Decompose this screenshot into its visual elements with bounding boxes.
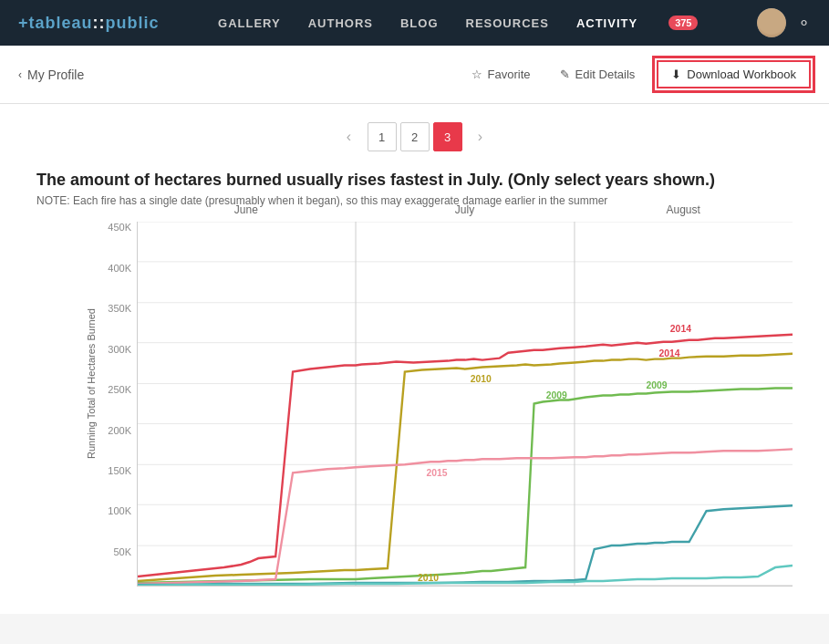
- y-tick-100k: 100K: [108, 505, 131, 516]
- nav-authors[interactable]: AUTHORS: [308, 16, 373, 30]
- download-icon: ⬇: [671, 68, 681, 81]
- y-tick-250k: 250K: [108, 384, 131, 395]
- activity-badge: 375: [668, 16, 698, 30]
- line-2009: [138, 389, 793, 583]
- label-2010-july: 2010: [471, 373, 492, 384]
- line-2015: [138, 450, 793, 585]
- nav-gallery[interactable]: GALLERY: [218, 16, 281, 30]
- y-axis-label: Running Total of Hectares Burned: [86, 349, 97, 459]
- y-tick-350k: 350K: [108, 303, 131, 314]
- pagination: ‹ 1 2 3 ›: [36, 122, 793, 151]
- nav-links: GALLERY AUTHORS BLOG RESOURCES ACTIVITY …: [218, 16, 698, 30]
- section-june: June: [137, 203, 356, 216]
- line-2014: [138, 335, 793, 576]
- label-2015-june: 2015: [426, 467, 447, 478]
- logo: +tableau::public: [18, 14, 160, 33]
- page-2-button[interactable]: 2: [400, 122, 430, 151]
- profile-actions: ☆ Favorite ✎ Edit Details ⬇ Download Wor…: [464, 60, 811, 88]
- page-1-button[interactable]: 1: [368, 122, 397, 151]
- edit-details-button[interactable]: ✎ Edit Details: [553, 64, 643, 85]
- star-icon: ☆: [471, 68, 482, 81]
- section-headers: June July August: [137, 203, 793, 216]
- chart-area: Running Total of Hectares Burned 450K 40…: [46, 222, 793, 587]
- profile-bar: ‹ My Profile ☆ Favorite ✎ Edit Details ⬇…: [0, 46, 829, 104]
- download-workbook-button[interactable]: ⬇ Download Workbook: [657, 60, 811, 88]
- navbar-right: ⚬: [757, 8, 811, 37]
- y-tick-300k: 300K: [108, 344, 131, 355]
- nav-blog[interactable]: BLOG: [400, 16, 439, 30]
- label-2010-bottom: 2010: [418, 572, 439, 583]
- y-tick-450k: 450K: [108, 222, 131, 233]
- chart-svg: June July August 2014 2014 2010 2010 200…: [137, 222, 793, 587]
- favorite-label: Favorite: [488, 68, 531, 81]
- label-2014-right: 2014: [670, 323, 691, 334]
- label-2009-right: 2009: [646, 379, 667, 390]
- y-tick-150k: 150K: [108, 465, 131, 476]
- nav-resources[interactable]: RESOURCES: [466, 16, 549, 30]
- chart-title: The amount of hectares burned usually ri…: [36, 170, 793, 191]
- search-icon[interactable]: ⚬: [797, 13, 811, 33]
- label-2009-july: 2009: [546, 390, 567, 400]
- y-tick-200k: 200K: [108, 425, 131, 436]
- nav-activity[interactable]: ACTIVITY: [576, 16, 637, 30]
- prev-page-button[interactable]: ‹: [335, 122, 364, 151]
- line-2010: [138, 354, 793, 581]
- back-label: My Profile: [27, 68, 84, 82]
- section-july: July: [356, 203, 575, 216]
- pencil-icon: ✎: [560, 68, 570, 81]
- edit-details-label: Edit Details: [575, 68, 636, 81]
- main-content: ‹ 1 2 3 › The amount of hectares burned …: [0, 104, 829, 614]
- y-tick-50k: 50K: [113, 546, 131, 557]
- navbar: +tableau::public GALLERY AUTHORS BLOG RE…: [0, 0, 829, 46]
- label-2014-july: 2014: [659, 348, 680, 358]
- back-to-profile[interactable]: ‹ My Profile: [18, 68, 84, 82]
- download-workbook-label: Download Workbook: [687, 68, 796, 81]
- y-axis: 450K 400K 350K 300K 250K 200K 150K 100K …: [100, 222, 137, 587]
- chevron-left-icon: ‹: [18, 68, 22, 81]
- favorite-button[interactable]: ☆ Favorite: [464, 64, 538, 85]
- section-august: August: [574, 203, 793, 216]
- avatar[interactable]: [757, 8, 786, 37]
- next-page-button[interactable]: ›: [466, 122, 495, 151]
- page-3-button[interactable]: 3: [433, 122, 462, 151]
- y-tick-400k: 400K: [108, 263, 131, 274]
